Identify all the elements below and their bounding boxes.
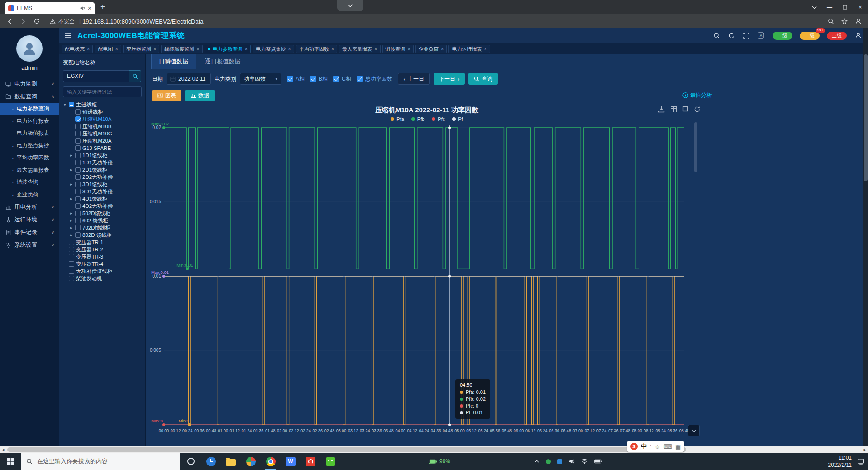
tree-checkbox[interactable] xyxy=(75,131,81,136)
tree-node[interactable]: 压缩机M10B xyxy=(63,123,141,130)
legend-item[interactable]: Pfb xyxy=(411,116,425,122)
sidebar-item[interactable]: 用电分析∨ xyxy=(0,201,59,213)
sidebar-subitem[interactable]: ·电力整点集抄 xyxy=(0,139,59,152)
close-icon[interactable]: × xyxy=(115,47,118,52)
tree-node[interactable]: 压缩机M20A xyxy=(63,137,141,144)
app-tab[interactable]: 谐波查询× xyxy=(382,45,414,53)
chevron-right-icon[interactable]: ▸ xyxy=(70,168,75,172)
close-icon[interactable]: × xyxy=(245,47,248,52)
sidebar-subitem[interactable]: ·电力运行报表 xyxy=(0,115,59,127)
ime-logo[interactable]: S xyxy=(630,443,638,450)
legend-item[interactable]: Pfa xyxy=(391,116,404,122)
data-view-button[interactable]: 数据 xyxy=(185,90,215,101)
content-tab[interactable]: 逐日极值数据 xyxy=(198,54,248,69)
sidebar-subitem[interactable]: ·谐波查询 xyxy=(0,176,59,188)
user-icon[interactable] xyxy=(855,32,862,39)
tree-checkbox[interactable] xyxy=(75,138,81,144)
phase-checkbox[interactable]: 总功率因数 xyxy=(357,75,392,83)
tree-checkbox[interactable] xyxy=(75,196,81,201)
sidebar-item[interactable]: 电力监测∨ xyxy=(0,77,59,90)
tree-node[interactable]: 4D2无功补偿 xyxy=(63,202,141,210)
sync-icon[interactable] xyxy=(728,32,735,39)
tree-node[interactable]: 柴油发动机 xyxy=(63,275,141,282)
forward-icon[interactable] xyxy=(16,18,30,25)
scroll-right-icon[interactable]: ► xyxy=(862,448,868,452)
phase-checkbox[interactable]: C相 xyxy=(333,75,351,83)
app-tab[interactable]: 电力运行报表× xyxy=(448,45,490,53)
station-search-input[interactable] xyxy=(63,70,129,82)
keyboard-icon[interactable]: ⌨ xyxy=(663,443,672,450)
pinwheel-app-icon[interactable] xyxy=(241,453,261,470)
max-analysis-link[interactable]: 最值分析 xyxy=(682,91,712,99)
tree-checkbox[interactable] xyxy=(69,276,74,281)
tree-node[interactable]: 1D1无功补偿 xyxy=(63,159,141,166)
wechat-icon[interactable] xyxy=(320,453,340,470)
close-icon[interactable]: × xyxy=(374,47,377,52)
app-tab[interactable]: 最大需量报表× xyxy=(339,45,380,53)
tree-node[interactable]: G13 SPARE xyxy=(63,144,141,152)
sidebar-item[interactable]: 系统设置∨ xyxy=(0,239,59,251)
tree-node[interactable]: 压缩机M10A xyxy=(63,115,141,123)
alarm-badge[interactable]: 二级99+ xyxy=(800,32,820,40)
tree-node[interactable]: ▸702D馈线柜 xyxy=(63,224,141,231)
horizontal-scrollbar[interactable]: ◄ ► xyxy=(0,446,868,453)
fullscreen-icon[interactable] xyxy=(743,33,749,39)
tree-node[interactable]: 压缩机M10G xyxy=(63,130,141,137)
tree-node[interactable]: 变压器TR-3 xyxy=(63,253,141,260)
tray-green-app-icon[interactable] xyxy=(546,459,551,464)
page-scrollbar[interactable] xyxy=(863,28,868,446)
tree-checkbox[interactable] xyxy=(69,254,74,259)
tree-checkbox[interactable] xyxy=(75,116,81,122)
browser-tab[interactable]: EEMS × xyxy=(5,2,95,14)
close-button[interactable]: × xyxy=(853,0,868,14)
chevron-right-icon[interactable]: ▸ xyxy=(70,197,75,201)
next-day-button[interactable]: 下一日› xyxy=(434,73,465,85)
prev-day-button[interactable]: ‹上一日 xyxy=(398,73,430,85)
profile-icon[interactable] xyxy=(855,18,862,25)
close-icon[interactable]: × xyxy=(484,47,486,52)
close-icon[interactable]: × xyxy=(196,47,199,52)
alarm-badge[interactable]: 三级 xyxy=(827,32,847,40)
query-button[interactable]: 查询 xyxy=(468,73,498,85)
app-tab[interactable]: 电力参数查询× xyxy=(205,45,251,53)
legend-item[interactable]: Pf xyxy=(452,116,463,122)
tree-checkbox[interactable] xyxy=(75,182,81,187)
alarm-badge[interactable]: 一级 xyxy=(773,32,792,40)
sidebar-item[interactable]: 数据查询∧ xyxy=(0,90,59,103)
tree-checkbox[interactable] xyxy=(75,145,81,151)
search-icon[interactable] xyxy=(713,32,720,39)
new-tab-button[interactable]: + xyxy=(100,2,105,11)
zoom-icon[interactable] xyxy=(828,18,834,24)
notification-icon[interactable] xyxy=(858,458,864,465)
tree-node[interactable]: ▸1D1馈线柜 xyxy=(63,152,141,159)
chrome-icon[interactable] xyxy=(261,453,281,470)
clock[interactable]: 11:01 2022/2/11 xyxy=(828,454,852,469)
ime-mode[interactable]: 中 xyxy=(641,442,647,451)
chevron-right-icon[interactable]: ▸ xyxy=(70,218,75,223)
chevron-right-icon[interactable]: ▸ xyxy=(70,233,75,237)
clock-app-icon[interactable] xyxy=(201,453,221,470)
tree-checkbox[interactable] xyxy=(75,109,81,115)
scroll-corner-button[interactable] xyxy=(688,425,700,436)
refresh-icon[interactable] xyxy=(694,106,701,113)
tray-blue-app-icon[interactable] xyxy=(557,459,562,464)
tree-node[interactable]: 无功补偿进线柜 xyxy=(63,268,141,275)
tree-checkbox[interactable] xyxy=(75,167,81,173)
tray-chevron-icon[interactable] xyxy=(534,460,539,463)
tree-node[interactable]: ▸602 馈线柜 xyxy=(63,217,141,224)
save-image-icon[interactable] xyxy=(658,106,665,113)
tree-node[interactable]: ▸4D1馈线柜 xyxy=(63,195,141,202)
reload-icon[interactable] xyxy=(30,18,43,24)
taskbar-search-box[interactable]: 在这里输入你要搜索的内容 xyxy=(21,453,180,470)
tree-checkbox[interactable] xyxy=(75,232,81,238)
tree-filter-input[interactable] xyxy=(63,86,142,97)
red-app-icon[interactable] xyxy=(300,453,320,470)
app-tab[interactable]: 线缆温度监测× xyxy=(161,45,202,53)
back-icon[interactable] xyxy=(3,18,16,25)
translate-icon[interactable]: A xyxy=(758,32,764,39)
data-view-icon[interactable] xyxy=(670,106,677,113)
category-select[interactable]: 功率因数 ▾ xyxy=(240,73,281,85)
chevron-right-icon[interactable]: ▸ xyxy=(70,211,75,216)
tree-checkbox[interactable] xyxy=(75,153,81,158)
content-tab[interactable]: 日瞬值数据 xyxy=(151,54,196,69)
